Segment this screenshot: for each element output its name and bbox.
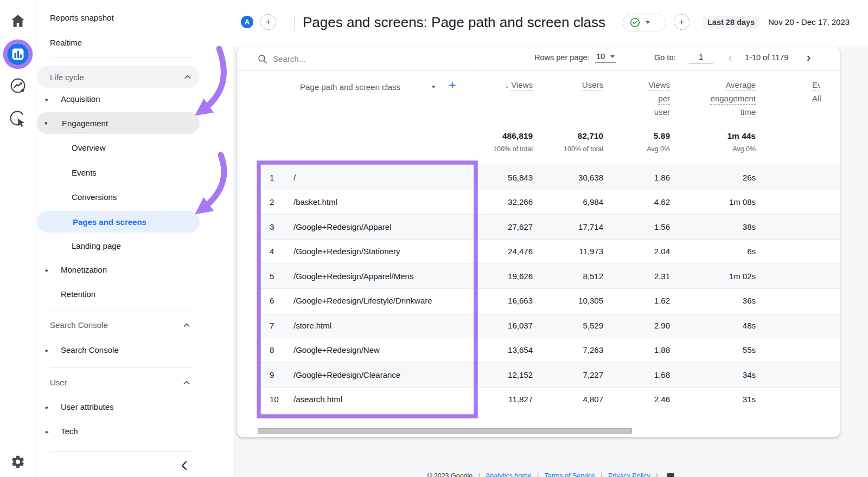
row-views-per-user: 1.62 <box>603 296 670 305</box>
footer-link-terms[interactable]: Terms of Service <box>545 472 595 477</box>
row-views: 32,266 <box>476 197 533 207</box>
footer-link-analytics-home[interactable]: Analytics home <box>486 472 532 477</box>
pagination-bar: Rows per page: 10 Go to: ‹ 1-10 of 1179 … <box>237 47 840 70</box>
column-header-views[interactable]: ↓Views <box>476 78 533 119</box>
settings-gear-icon[interactable] <box>10 454 25 469</box>
table-row: 6 /Google+Redesign/Lifestyle/Drinkware 1… <box>259 288 840 313</box>
column-header-event-count-clipped[interactable]: Event count All events <box>756 78 840 119</box>
date-range-text[interactable]: Nov 20 - Dec 17, 2023 <box>768 17 850 27</box>
goto-page-input[interactable] <box>689 52 713 63</box>
table-row: 4 /Google+Redesign/Stationery 24,476 11,… <box>259 239 840 264</box>
row-views: 11,827 <box>476 395 533 404</box>
add-comparison-icon[interactable]: + <box>260 14 276 30</box>
sidebar-divider <box>50 57 193 57</box>
row-views: 13,654 <box>476 345 533 354</box>
row-views: 16,663 <box>476 296 533 305</box>
sidebar-divider <box>50 367 193 368</box>
sidebar-item-reports-snapshot[interactable]: Reports snapshot <box>36 12 234 23</box>
row-users: 6,984 <box>533 197 603 207</box>
sidebar-item-tech[interactable]: ▸ Tech <box>36 426 245 437</box>
reports-sidebar: Reports snapshot Realtime Life cycle ▸ A… <box>36 0 233 477</box>
table-rows: 1 / 56,843 30,638 1.86 26s 2 /basket.htm… <box>259 165 840 411</box>
sidebar-item-events[interactable]: Events <box>36 167 256 178</box>
sidebar-section-life-cycle[interactable]: Life cycle <box>37 66 200 88</box>
collapse-sidebar-icon[interactable] <box>180 461 188 470</box>
sidebar-item-landing-page[interactable]: Landing page <box>36 241 256 252</box>
page-title: Pages and screens: Page path and screen … <box>303 14 605 31</box>
footer-link-privacy[interactable]: Privacy Policy <box>608 472 650 477</box>
row-page-path: / <box>289 173 476 182</box>
row-views-per-user: 1.86 <box>603 173 670 182</box>
row-views: 24,476 <box>476 247 533 256</box>
goto-label: Go to: <box>654 53 676 62</box>
row-users: 30,638 <box>533 173 603 182</box>
item-label: Acquisition <box>61 94 100 105</box>
row-page-path: /Google+Redesign/New <box>289 345 476 354</box>
expand-triangle-icon: ▸ <box>46 426 49 437</box>
sidebar-item-user-attributes[interactable]: ▸ User attributes <box>36 402 245 412</box>
sidebar-section-search-console[interactable]: Search Console <box>36 320 234 331</box>
explore-icon[interactable] <box>9 77 27 94</box>
report-content: Rows per page: 10 Go to: ‹ 1-10 of 1179 … <box>233 47 868 477</box>
row-number: 7 <box>259 321 289 330</box>
row-page-path: /asearch.html <box>289 395 476 404</box>
row-number: 9 <box>259 370 289 379</box>
sidebar-item-overview[interactable]: Overview <box>36 143 256 153</box>
table-row: 9 /Google+Redesign/Clearance 12,152 7,22… <box>259 362 840 387</box>
pagination-range: 1-10 of 1179 <box>745 53 788 62</box>
table-card: Rows per page: 10 Go to: ‹ 1-10 of 1179 … <box>237 47 840 437</box>
row-views: 12,152 <box>476 370 533 379</box>
row-users: 4,807 <box>533 395 603 404</box>
row-page-path: /basket.html <box>289 197 476 207</box>
row-number: 2 <box>259 197 289 207</box>
row-avg-engagement-time: 55s <box>670 345 756 354</box>
row-views-per-user: 2.04 <box>603 247 670 256</box>
sort-descending-icon: ↓ <box>505 80 509 89</box>
sidebar-item-acquisition[interactable]: ▸ Acquisition <box>36 94 245 105</box>
sidebar-item-engagement[interactable]: ▾ Engagement <box>37 112 200 134</box>
toolbar-divider <box>237 70 840 70</box>
sidebar-section-user[interactable]: User <box>36 377 234 388</box>
previous-page-icon[interactable]: ‹ <box>728 53 732 63</box>
total-avg-engagement-time: 1m 44s Avg 0% <box>670 130 756 153</box>
table-row: 2 /basket.html 32,266 6,984 4.62 1m 08s <box>259 190 840 215</box>
chevron-down-icon <box>610 55 615 58</box>
total-users: 82,710 100% of total <box>533 130 603 153</box>
sidebar-item-pages-and-screens[interactable]: Pages and screens <box>37 211 200 233</box>
horizontal-scrollbar[interactable] <box>258 428 632 434</box>
customize-report-icon[interactable]: + <box>674 14 690 30</box>
row-page-path: /Google+Redesign/Clearance <box>289 370 476 379</box>
report-status-button[interactable] <box>623 14 666 31</box>
row-avg-engagement-time: 48s <box>670 321 756 330</box>
advertising-icon[interactable] <box>9 109 27 128</box>
column-header-views-per-user[interactable]: Views per user <box>603 78 670 119</box>
row-views: 27,627 <box>476 222 533 231</box>
table-row: 3 /Google+Redesign/Apparel 27,627 17,714… <box>259 214 840 239</box>
item-label: Engagement <box>62 119 108 128</box>
copyright-text: © 2023 Google <box>427 472 473 477</box>
column-header-users[interactable]: Users <box>533 78 603 119</box>
row-users: 8,512 <box>533 272 603 281</box>
expand-triangle-icon: ▸ <box>46 94 49 105</box>
table-column-headers: ↓Views Users Views per user Average enga… <box>259 78 840 119</box>
next-page-icon[interactable]: › <box>807 53 810 63</box>
row-views: 19,626 <box>476 272 533 281</box>
date-range-chip[interactable]: Last 28 days <box>703 16 759 29</box>
row-number: 4 <box>259 247 289 256</box>
row-page-path: /Google+Redesign/Lifestyle/Drinkware <box>289 296 476 305</box>
avatar[interactable]: A <box>241 16 253 28</box>
home-icon[interactable] <box>11 14 25 28</box>
column-header-avg-engagement-time[interactable]: Average engagement time <box>670 78 756 119</box>
sidebar-item-realtime[interactable]: Realtime <box>36 37 234 48</box>
rows-per-page-select[interactable]: 10 <box>595 52 616 63</box>
row-views-per-user: 1.56 <box>603 222 670 231</box>
row-page-path: /Google+Redesign/Apparel <box>289 222 476 231</box>
sidebar-item-conversions[interactable]: Conversions <box>36 192 256 203</box>
row-page-path: /Google+Redesign/Stationery <box>289 247 476 256</box>
row-avg-engagement-time: 26s <box>670 173 756 182</box>
sidebar-item-monetization[interactable]: ▸ Monetization <box>36 265 245 275</box>
reports-icon[interactable] <box>7 43 29 65</box>
feedback-icon[interactable] <box>667 473 674 477</box>
sidebar-item-retention[interactable]: Retention <box>36 289 245 300</box>
sidebar-item-search-console[interactable]: ▸ Search Console <box>36 345 245 356</box>
